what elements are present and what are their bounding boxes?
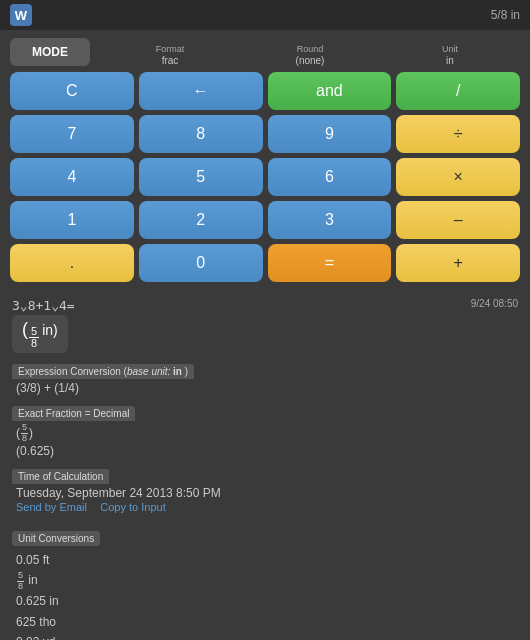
button-7[interactable]: 7	[10, 115, 134, 153]
exact-fraction-content: ( 5 8 ) (0.625)	[12, 421, 518, 460]
result-fraction: 5 8	[29, 326, 39, 349]
format-label: Format	[156, 44, 185, 54]
equals-button[interactable]: =	[268, 244, 392, 282]
button-0[interactable]: 0	[139, 244, 263, 282]
copy-input-link[interactable]: Copy to Input	[100, 501, 165, 513]
button-3[interactable]: 3	[268, 201, 392, 239]
expression-text: 3⌄8+1⌄4=	[12, 298, 75, 313]
divide-frac-button[interactable]: /	[396, 72, 520, 110]
expression-conversion-content: (3/8) + (1/4)	[12, 379, 518, 397]
expression-conversion-header: Expression Conversion (base unit: in )	[12, 364, 194, 379]
unit-value: in	[446, 55, 454, 66]
round-value: (none)	[296, 55, 325, 66]
date-time-display: 9/24 08:50	[471, 298, 518, 309]
button-5[interactable]: 5	[139, 158, 263, 196]
round-group: Round (none)	[240, 44, 380, 66]
format-group: Format frac	[100, 44, 240, 66]
list-item: 5 8 in	[16, 570, 518, 591]
calc-datetime: Tuesday, September 24 2013 8:50 PM	[16, 486, 221, 500]
unit-label: Unit	[442, 44, 458, 54]
result-display: ( 5 8 in)	[12, 315, 68, 353]
mode-button[interactable]: MODE	[10, 38, 90, 66]
title-bar: W 5/8 in	[0, 0, 530, 30]
button-4[interactable]: 4	[10, 158, 134, 196]
button-1[interactable]: 1	[10, 201, 134, 239]
list-item: 625 tho	[16, 612, 518, 632]
multiply-button[interactable]: ×	[396, 158, 520, 196]
button-9[interactable]: 9	[268, 115, 392, 153]
settings-row: MODE Format frac Round (none) Unit in	[10, 38, 520, 66]
time-of-calc-header: Time of Calculation	[12, 469, 109, 484]
expression-line: 3⌄8+1⌄4= 9/24 08:50	[12, 298, 518, 313]
send-email-link[interactable]: Send by Email	[16, 501, 87, 513]
unit-conversions-section: Unit Conversions 0.05 ft 5 8 in 0.625 in…	[0, 522, 530, 640]
unit-group: Unit in	[380, 44, 520, 66]
result-main: ( 5 8 in)	[22, 319, 58, 349]
list-item: 0.05 ft	[16, 550, 518, 570]
app-icon: W	[10, 4, 32, 26]
unit-conversions-header: Unit Conversions	[12, 531, 100, 546]
result-unit: in)	[42, 322, 58, 338]
and-button[interactable]: and	[268, 72, 392, 110]
list-item: 0.02 yd	[16, 632, 518, 640]
backspace-button[interactable]: ←	[139, 72, 263, 110]
expression-conversion-section: Expression Conversion (base unit: in ) (…	[12, 361, 518, 397]
round-label: Round	[297, 44, 324, 54]
subtract-button[interactable]: –	[396, 201, 520, 239]
result-inline-frac: 5 8	[21, 423, 28, 444]
button-2[interactable]: 2	[139, 201, 263, 239]
exact-fraction-header: Exact Fraction = Decimal	[12, 406, 135, 421]
decimal-button[interactable]: .	[10, 244, 134, 282]
results-area: 3⌄8+1⌄4= 9/24 08:50 ( 5 8 in) Expression…	[0, 290, 530, 516]
format-value: frac	[162, 55, 179, 66]
decimal-value: (0.625)	[16, 444, 54, 458]
calculator: MODE Format frac Round (none) Unit in C …	[0, 30, 530, 290]
clear-button[interactable]: C	[10, 72, 134, 110]
mode-group: MODE	[10, 38, 90, 66]
unit-frac-item: 5 8	[17, 571, 24, 592]
divide-button[interactable]: ÷	[396, 115, 520, 153]
button-6[interactable]: 6	[268, 158, 392, 196]
list-item: 0.625 in	[16, 591, 518, 611]
status-display: 5/8 in	[491, 8, 520, 22]
unit-conversions-list: 0.05 ft 5 8 in 0.625 in 625 tho 0.02 yd …	[12, 550, 518, 640]
button-8[interactable]: 8	[139, 115, 263, 153]
add-button[interactable]: +	[396, 244, 520, 282]
exact-fraction-section: Exact Fraction = Decimal ( 5 8 ) (0.625)	[12, 403, 518, 460]
button-grid: C ← and / 7 8 9 ÷ 4 5 6 × 1 2 3 – . 0 = …	[10, 72, 520, 282]
time-of-calc-content: Tuesday, September 24 2013 8:50 PM Send …	[12, 484, 518, 516]
time-of-calc-section: Time of Calculation Tuesday, September 2…	[12, 466, 518, 516]
